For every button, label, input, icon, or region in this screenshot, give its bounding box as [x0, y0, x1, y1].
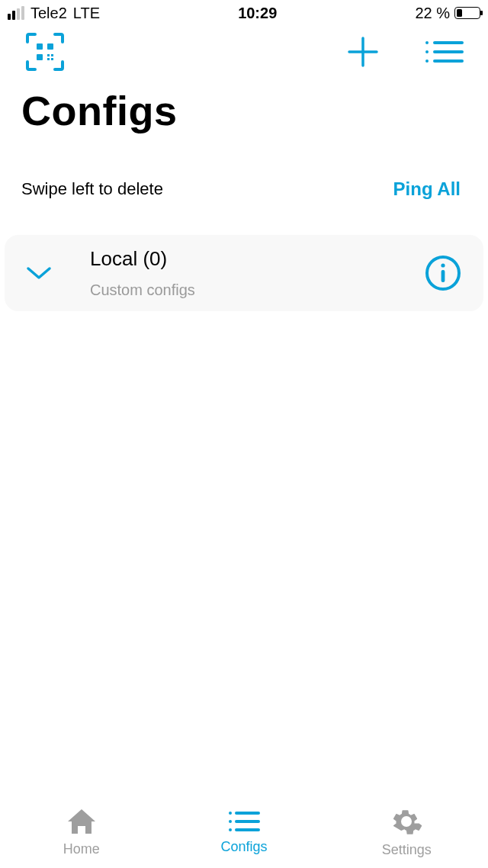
list-icon — [226, 809, 262, 834]
network-label: LTE — [73, 5, 100, 22]
tab-home-label: Home — [63, 841, 100, 857]
ping-all-button[interactable]: Ping All — [393, 178, 461, 200]
config-group-card[interactable]: Local (0) Custom configs — [5, 235, 483, 311]
status-left: Tele2 LTE — [8, 5, 100, 22]
tab-configs[interactable]: Configs — [162, 795, 325, 868]
svg-point-18 — [229, 812, 232, 815]
tab-settings[interactable]: Settings — [326, 795, 488, 868]
svg-point-9 — [425, 41, 429, 44]
expand-toggle[interactable] — [26, 265, 72, 281]
info-icon — [424, 254, 462, 292]
info-button[interactable] — [424, 254, 462, 292]
add-button[interactable] — [346, 35, 380, 69]
qr-scan-icon — [23, 30, 67, 74]
svg-rect-1 — [47, 43, 53, 50]
svg-point-11 — [425, 50, 429, 53]
menu-button[interactable] — [422, 37, 465, 67]
battery-percent: 22 % — [415, 5, 450, 22]
config-group-title: Local (0) — [90, 247, 424, 271]
status-right: 22 % — [415, 5, 480, 22]
svg-rect-4 — [51, 54, 53, 56]
plus-icon — [346, 35, 380, 69]
svg-point-13 — [425, 59, 429, 63]
svg-rect-0 — [37, 43, 43, 50]
svg-point-16 — [441, 263, 445, 267]
signal-icon — [8, 6, 24, 20]
list-icon — [422, 37, 465, 67]
gear-icon — [390, 805, 422, 837]
toolbar-right — [346, 35, 465, 69]
chevron-down-icon — [26, 265, 52, 281]
toolbar — [0, 23, 488, 81]
config-group-texts: Local (0) Custom configs — [72, 247, 424, 299]
tab-settings-label: Settings — [382, 842, 432, 858]
carrier-label: Tele2 — [30, 5, 67, 22]
qr-scan-button[interactable] — [23, 30, 67, 74]
svg-rect-17 — [441, 270, 445, 282]
tab-home[interactable]: Home — [0, 795, 162, 868]
status-time: 10:29 — [238, 5, 277, 22]
home-icon — [65, 806, 98, 837]
swipe-hint: Swipe left to delete — [21, 179, 163, 199]
page-title: Configs — [0, 81, 488, 134]
tab-bar: Home Configs Settings — [0, 795, 488, 868]
svg-rect-2 — [37, 54, 43, 60]
battery-icon — [454, 7, 480, 19]
status-bar: Tele2 LTE 10:29 22 % — [0, 0, 488, 23]
svg-rect-3 — [47, 54, 50, 56]
tab-configs-label: Configs — [220, 839, 267, 855]
svg-rect-6 — [51, 58, 53, 60]
svg-rect-5 — [47, 58, 50, 60]
svg-point-20 — [229, 820, 232, 823]
config-group-subtitle: Custom configs — [90, 281, 424, 299]
sub-header-row: Swipe left to delete Ping All — [0, 134, 488, 200]
svg-point-22 — [229, 828, 232, 831]
